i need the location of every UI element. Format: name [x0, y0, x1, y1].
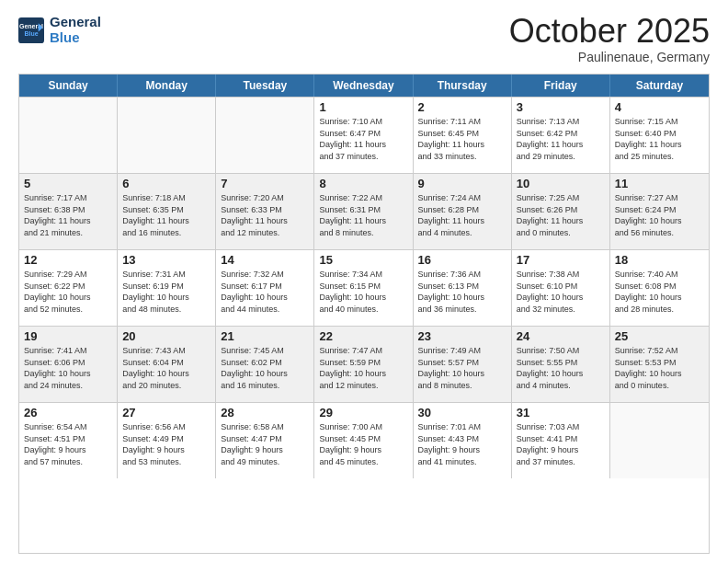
cal-row-3: 19Sunrise: 7:41 AMSunset: 6:06 PMDayligh…	[19, 326, 709, 402]
cell-info-line: and 57 minutes.	[24, 456, 112, 468]
cell-info-line: Sunset: 6:02 PM	[221, 357, 309, 369]
cell-info-line: Sunset: 6:45 PM	[418, 128, 506, 140]
cell-info-line: Sunrise: 7:47 AM	[319, 345, 407, 357]
cell-info-line: Sunrise: 7:25 AM	[517, 192, 605, 204]
cell-info-line: Sunrise: 7:01 AM	[418, 421, 506, 433]
cal-cell-row0-col6: 4Sunrise: 7:15 AMSunset: 6:40 PMDaylight…	[610, 98, 709, 173]
cal-cell-row4-col6	[610, 403, 709, 478]
cell-info-line: and 44 minutes.	[221, 304, 309, 316]
cell-info-line: Sunrise: 7:11 AM	[418, 116, 506, 128]
day-number: 25	[615, 329, 704, 343]
cell-info-line: Sunrise: 7:34 AM	[319, 269, 407, 281]
cell-info-line: and 4 minutes.	[517, 380, 605, 392]
cal-row-1: 5Sunrise: 7:17 AMSunset: 6:38 PMDaylight…	[19, 173, 709, 249]
cell-info-line: Sunrise: 7:52 AM	[615, 345, 704, 357]
day-number: 26	[24, 406, 112, 419]
cal-cell-row3-col3: 22Sunrise: 7:47 AMSunset: 5:59 PMDayligh…	[314, 327, 413, 402]
day-header-wednesday: Wednesday	[314, 75, 413, 97]
cell-info-line: and 49 minutes.	[221, 456, 309, 468]
cell-info-line: Sunset: 5:59 PM	[319, 357, 407, 369]
day-number: 12	[24, 253, 112, 267]
cell-info-line: Sunrise: 7:03 AM	[517, 421, 605, 433]
day-number: 24	[517, 329, 605, 343]
day-number: 30	[418, 406, 506, 419]
cell-info-line: Sunrise: 7:24 AM	[418, 192, 506, 204]
cell-info-line: Sunrise: 7:50 AM	[517, 345, 605, 357]
cal-row-4: 26Sunrise: 6:54 AMSunset: 4:51 PMDayligh…	[19, 402, 709, 478]
cell-info-line: and 16 minutes.	[221, 380, 309, 392]
cell-info-line: Sunrise: 7:29 AM	[24, 269, 112, 281]
cell-info-line: Sunset: 4:43 PM	[418, 433, 506, 445]
cell-info-line: and 37 minutes.	[319, 151, 407, 163]
cell-info-line: Daylight: 9 hours	[122, 444, 210, 456]
cell-info-line: Sunrise: 7:49 AM	[418, 345, 506, 357]
cell-info-line: and 53 minutes.	[122, 456, 210, 468]
cal-cell-row3-col2: 21Sunrise: 7:45 AMSunset: 6:02 PMDayligh…	[216, 327, 314, 402]
svg-text:Blue: Blue	[24, 30, 38, 37]
day-number: 14	[221, 253, 309, 267]
day-number: 17	[517, 253, 605, 267]
day-number: 21	[221, 329, 309, 343]
cell-info-line: Sunset: 6:42 PM	[517, 128, 605, 140]
cal-cell-row4-col4: 30Sunrise: 7:01 AMSunset: 4:43 PMDayligh…	[414, 403, 512, 478]
cal-cell-row2-col5: 17Sunrise: 7:38 AMSunset: 6:10 PMDayligh…	[512, 250, 610, 326]
cell-info-line: and 25 minutes.	[615, 151, 704, 163]
cell-info-line: and 41 minutes.	[418, 456, 506, 468]
day-header-sunday: Sunday	[19, 75, 118, 97]
day-number: 28	[221, 406, 309, 419]
cell-info-line: Daylight: 9 hours	[24, 444, 112, 456]
cell-info-line: and 33 minutes.	[418, 151, 506, 163]
cal-cell-row1-col4: 9Sunrise: 7:24 AMSunset: 6:28 PMDaylight…	[414, 174, 512, 249]
cal-cell-row3-col0: 19Sunrise: 7:41 AMSunset: 6:06 PMDayligh…	[19, 327, 118, 402]
cell-info-line: Daylight: 10 hours	[615, 368, 704, 380]
cell-info-line: Sunset: 6:22 PM	[24, 281, 112, 293]
logo: General Blue General Blue	[18, 15, 101, 45]
cell-info-line: Daylight: 11 hours	[122, 215, 210, 227]
cal-cell-row2-col0: 12Sunrise: 7:29 AMSunset: 6:22 PMDayligh…	[19, 250, 118, 326]
cal-cell-row1-col1: 6Sunrise: 7:18 AMSunset: 6:35 PMDaylight…	[118, 174, 216, 249]
cell-info-line: Sunset: 6:33 PM	[221, 204, 309, 216]
cell-info-line: and 8 minutes.	[418, 380, 506, 392]
cell-info-line: Daylight: 9 hours	[221, 444, 309, 456]
cell-info-line: Daylight: 11 hours	[24, 215, 112, 227]
cell-info-line: Sunrise: 6:58 AM	[221, 421, 309, 433]
cal-cell-row0-col2	[216, 98, 314, 173]
cell-info-line: Sunrise: 7:38 AM	[517, 269, 605, 281]
cal-cell-row4-col0: 26Sunrise: 6:54 AMSunset: 4:51 PMDayligh…	[19, 403, 118, 478]
day-number: 8	[319, 177, 407, 190]
cell-info-line: Sunrise: 7:41 AM	[24, 345, 112, 357]
cell-info-line: Daylight: 10 hours	[221, 368, 309, 380]
cell-info-line: Sunrise: 7:18 AM	[122, 192, 210, 204]
cell-info-line: and 29 minutes.	[517, 151, 605, 163]
cell-info-line: Sunset: 4:45 PM	[319, 433, 407, 445]
cell-info-line: Sunrise: 7:17 AM	[24, 192, 112, 204]
cell-info-line: and 0 minutes.	[615, 380, 704, 392]
day-number: 10	[517, 177, 605, 190]
cell-info-line: Sunset: 6:15 PM	[319, 281, 407, 293]
cell-info-line: Sunset: 6:31 PM	[319, 204, 407, 216]
cell-info-line: Sunset: 6:13 PM	[418, 281, 506, 293]
day-number: 16	[418, 253, 506, 267]
day-number: 18	[615, 253, 704, 267]
cell-info-line: Sunrise: 7:27 AM	[615, 192, 704, 204]
cell-info-line: Sunset: 4:49 PM	[122, 433, 210, 445]
cell-info-line: and 16 minutes.	[122, 227, 210, 239]
cell-info-line: Daylight: 9 hours	[319, 444, 407, 456]
cell-info-line: Sunrise: 7:31 AM	[122, 269, 210, 281]
day-number: 7	[221, 177, 309, 190]
header: General Blue General Blue October 2025 P…	[18, 15, 710, 64]
cell-info-line: and 45 minutes.	[319, 456, 407, 468]
cell-info-line: Daylight: 11 hours	[418, 215, 506, 227]
cell-info-line: and 32 minutes.	[517, 304, 605, 316]
cell-info-line: Daylight: 10 hours	[24, 368, 112, 380]
cal-cell-row0-col1	[118, 98, 216, 173]
cell-info-line: Sunset: 4:41 PM	[517, 433, 605, 445]
cell-info-line: Daylight: 11 hours	[517, 139, 605, 151]
cal-cell-row3-col6: 25Sunrise: 7:52 AMSunset: 5:53 PMDayligh…	[610, 327, 709, 402]
cell-info-line: Daylight: 10 hours	[122, 368, 210, 380]
cal-cell-row1-col5: 10Sunrise: 7:25 AMSunset: 6:26 PMDayligh…	[512, 174, 610, 249]
cell-info-line: Sunset: 4:51 PM	[24, 433, 112, 445]
day-number: 20	[122, 329, 210, 343]
day-number: 22	[319, 329, 407, 343]
cell-info-line: Sunset: 5:57 PM	[418, 357, 506, 369]
